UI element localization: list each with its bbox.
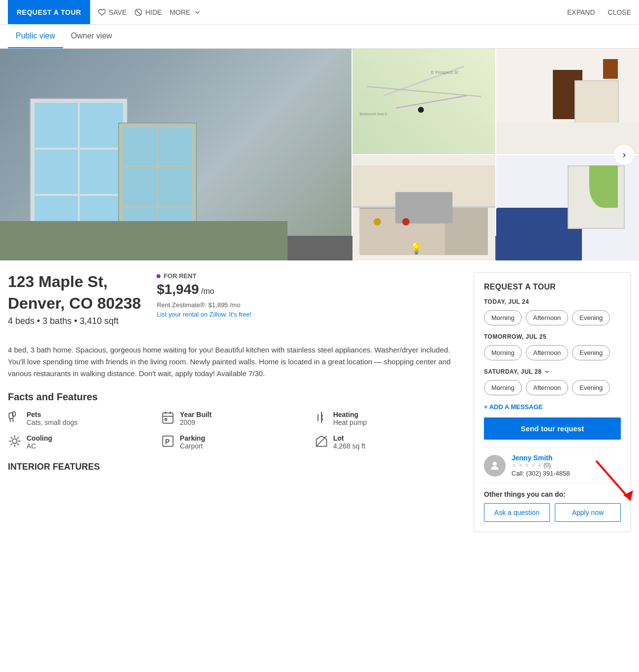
slot-tomorrow-morning[interactable]: Morning — [484, 345, 522, 360]
tab-public-view[interactable]: Public view — [8, 25, 63, 48]
tour-slots-day-3: Morning Afternoon Evening — [484, 380, 621, 395]
agent-row: Jenny Smith ★★★★★ (0) Call: (302) 391-48… — [484, 448, 621, 483]
svg-line-23 — [11, 444, 12, 445]
calendar-icon — [161, 411, 175, 424]
expand-button[interactable]: EXPAND — [564, 8, 595, 16]
slot-sat-evening[interactable]: Evening — [572, 380, 610, 395]
fact-parking: P Parking Carport — [161, 434, 308, 450]
address-line1: 123 Maple St, — [8, 272, 141, 291]
tour-panel-title: REQUEST A TOUR — [484, 283, 621, 291]
listing-description: 4 bed, 3 bath home. Spacious, gorgeous h… — [8, 344, 462, 380]
slot-today-evening[interactable]: Evening — [572, 310, 610, 325]
facts-grid: Pets Cats, small dogs Year Built 2009 — [8, 411, 462, 450]
tour-day-1-label: TODAY, JUL 24 — [484, 298, 621, 305]
year-built-label: Year Built — [180, 411, 212, 418]
lot-value: 4,268 sq ft — [333, 442, 365, 450]
fact-pets: Pets Cats, small dogs — [8, 411, 155, 426]
cooling-icon — [8, 434, 22, 448]
slot-sat-morning[interactable]: Morning — [484, 380, 522, 395]
pets-label: Pets — [27, 411, 77, 418]
price-unit: /mo — [201, 287, 214, 295]
photo-grid: E Prospect St Belmount Ave E 💡 — [352, 49, 639, 260]
add-message-link[interactable]: + ADD A MESSAGE — [484, 403, 621, 411]
chevron-down-icon — [193, 8, 201, 16]
slot-sat-afternoon[interactable]: Afternoon — [526, 380, 568, 395]
cooling-label: Cooling — [27, 434, 52, 442]
tab-owner-view[interactable]: Owner view — [63, 25, 120, 48]
rent-dot — [157, 274, 160, 278]
heating-label: Heating — [333, 411, 367, 418]
parking-label: Parking — [180, 434, 205, 442]
tour-slots-day-2: Morning Afternoon Evening — [484, 345, 621, 360]
tour-slots-day-1: Morning Afternoon Evening — [484, 310, 621, 325]
agent-name[interactable]: Jenny Smith — [511, 454, 570, 462]
tour-panel: REQUEST A TOUR TODAY, JUL 24 Morning Aft… — [474, 272, 631, 532]
pets-icon — [8, 411, 22, 424]
listing-specs: 4 beds • 3 baths • 3,410 sqft — [8, 316, 141, 326]
pets-value: Cats, small dogs — [27, 418, 77, 426]
heart-icon — [98, 8, 106, 16]
svg-rect-7 — [12, 412, 15, 416]
more-button[interactable]: MORE — [170, 8, 201, 16]
listing-info: 123 Maple St, Denver, CO 80238 4 beds • … — [8, 272, 462, 532]
svg-marker-31 — [623, 490, 633, 500]
agent-stars: ★★★★★ (0) — [511, 462, 570, 469]
save-button[interactable]: SAVE — [98, 8, 127, 16]
svg-point-29 — [493, 462, 497, 466]
lot-label: Lot — [333, 434, 365, 442]
hide-icon — [134, 8, 142, 16]
view-tabs: Public view Owner view — [0, 25, 639, 49]
photo-next-button[interactable]: › — [614, 145, 634, 164]
fact-year-built: Year Built 2009 — [161, 411, 308, 426]
chevron-down-icon — [543, 368, 550, 375]
agent-avatar — [484, 455, 506, 477]
zestimate: Rent Zestimate®: $1,895 /mo — [157, 301, 252, 309]
hide-button[interactable]: HIDE — [134, 8, 161, 16]
photo-living[interactable] — [496, 155, 639, 260]
price-amount: $1,949 — [157, 282, 199, 297]
agent-phone: Call: (302) 391-4858 — [511, 470, 570, 477]
price-info: FOR RENT $1,949 /mo Rent Zestimate®: $1,… — [157, 272, 252, 318]
photo-map[interactable]: E Prospect St Belmount Ave E — [352, 49, 495, 154]
svg-rect-10 — [163, 413, 173, 423]
photo-kitchen[interactable]: 💡 — [352, 155, 495, 260]
tour-day-2-label: TOMORROW, JUL 25 — [484, 333, 621, 340]
for-rent-label: FOR RENT — [157, 272, 252, 280]
slot-tomorrow-afternoon[interactable]: Afternoon — [526, 345, 568, 360]
slot-today-afternoon[interactable]: Afternoon — [526, 310, 568, 325]
svg-line-28 — [316, 436, 326, 446]
fact-cooling: Cooling AC — [8, 434, 155, 450]
tour-day-3-label: SATURDAY, JUL 28 — [484, 368, 621, 375]
fact-lot: Lot 4,268 sq ft — [315, 434, 462, 450]
action-buttons: Ask a question Apply now — [484, 503, 621, 522]
send-tour-request-button[interactable]: Send tour request — [484, 417, 621, 440]
address-line2: Denver, CO 80238 — [8, 294, 141, 313]
ask-question-button[interactable]: Ask a question — [484, 503, 550, 522]
svg-rect-14 — [165, 418, 167, 420]
slot-today-morning[interactable]: Morning — [484, 310, 522, 325]
year-built-value: 2009 — [180, 418, 212, 426]
main-content: 123 Maple St, Denver, CO 80238 4 beds • … — [0, 260, 639, 544]
svg-line-22 — [17, 444, 19, 445]
parking-icon: P — [161, 434, 175, 448]
cooling-value: AC — [27, 442, 52, 450]
svg-point-16 — [12, 439, 17, 443]
svg-line-24 — [17, 437, 19, 439]
photos-section: 945 E Prospect St Belmount Ave E — [0, 49, 639, 260]
main-photo[interactable]: 945 — [0, 49, 351, 260]
apply-now-button[interactable]: Apply now — [555, 503, 621, 522]
nav-request-tour-button[interactable]: REQUEST A TOUR — [8, 0, 90, 24]
svg-line-1 — [136, 10, 141, 14]
svg-text:P: P — [165, 438, 169, 446]
close-button[interactable]: CLOSE — [605, 8, 631, 16]
other-actions-label: Other things you can do: — [484, 490, 621, 498]
photo-interior1[interactable] — [496, 49, 639, 154]
list-rental-link[interactable]: List your rental on Zillow. It's free! — [157, 311, 252, 318]
top-nav: REQUEST A TOUR SAVE HIDE MORE EXPAND CLO… — [0, 0, 639, 25]
slot-tomorrow-evening[interactable]: Evening — [572, 345, 610, 360]
heating-value: Heat pump — [333, 418, 367, 426]
svg-line-21 — [11, 437, 12, 439]
heating-icon — [315, 411, 328, 424]
interior-features-title: INTERIOR FEATURES — [8, 462, 462, 472]
parking-value: Carport — [180, 442, 205, 450]
